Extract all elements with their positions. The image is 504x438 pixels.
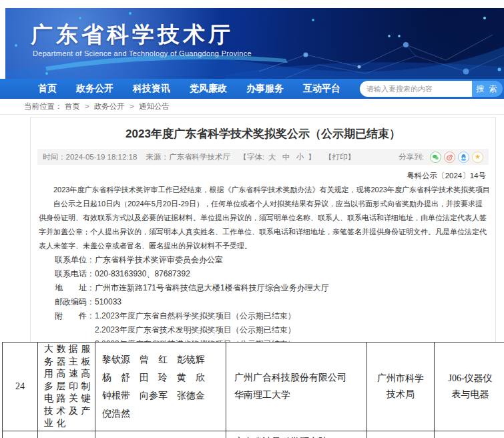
- cell-awardees: [95, 431, 226, 438]
- nav-item-gov-info[interactable]: 政务公开: [76, 83, 113, 95]
- search-button[interactable]: 搜 索: [472, 81, 503, 97]
- share-favorite-star-icon[interactable]: ★: [472, 152, 483, 163]
- category-line: 表与电器: [435, 387, 504, 403]
- cell-project-name: 大数据服 务器主板 用高速高 多层印制 电路关键 技术及产 业化: [38, 343, 95, 431]
- font-size-prefix: 【字体:: [239, 153, 264, 161]
- breadcrumb-separator: >: [130, 102, 134, 110]
- cell-seq: 24: [3, 343, 38, 431]
- main-nav: 首页 政务公开 科技资讯 党风廉政 办事服务 互动平台 搜 索: [0, 79, 504, 99]
- print-button[interactable]: 【打印】: [324, 153, 355, 161]
- project-line: 用高速高: [38, 368, 95, 381]
- organization-line: 广东省计量科学研究院: [226, 431, 366, 438]
- organization-line: 华南理工大学: [226, 387, 366, 404]
- awardee-line: 杨 舒 田 玲 黄 欣: [95, 369, 226, 387]
- project-line: 大数据服: [38, 343, 95, 356]
- award-table: 24 大数据服 务器主板 用高速高 多层印制 电路关键 技术及产 业化 黎钦源 …: [2, 342, 504, 438]
- cell-awardees: 黎钦源 曾 红 彭镜辉 杨 舒 田 玲 黄 欣 钟根带 向参军 张德金 倪浩然: [95, 343, 226, 431]
- font-size-suffix: 】: [308, 153, 316, 161]
- nav-item-sci-news[interactable]: 科技资讯: [133, 83, 170, 95]
- cell-project-name: [38, 431, 95, 438]
- search-box: 搜 索: [360, 81, 503, 97]
- font-size-large-button[interactable]: 大: [268, 153, 276, 161]
- breadcrumb: 当前位置： 首页 > 政务公开 > 通知公告: [0, 99, 504, 115]
- attachment-link-natural-science[interactable]: 1.2023年度广东省自然科学奖拟奖项目（公示期已结束）: [95, 309, 296, 323]
- project-line: 电路关键: [38, 393, 95, 405]
- cell-nominating-bureau: 广州市科学 技术局: [367, 343, 435, 431]
- cell-seq: [3, 431, 38, 438]
- nav-item-home[interactable]: 首页: [38, 83, 57, 95]
- contact-address: 地 址：广州市连新路171号省科技信息大楼1楼省科技厅综合业务办理大厅: [39, 281, 489, 295]
- awardee-line: 钟根带 向参军 张德金: [95, 387, 226, 405]
- attachment-link-tech-invention[interactable]: 2.2023年度广东省技术发明奖拟奖项目（公示期已结束）: [95, 323, 296, 337]
- breadcrumb-separator: >: [85, 102, 89, 110]
- awardee-line: 倪浩然: [95, 405, 226, 423]
- table-row: 24 大数据服 务器主板 用高速高 多层印制 电路关键 技术及产 业化 黎钦源 …: [3, 343, 504, 431]
- site-title: 广东省科学技术厅: [31, 20, 234, 50]
- bureau-line: 广州市科学: [367, 371, 434, 387]
- article-body: 粤科公示〔2024〕14号 2023年度广东省科学技术奖评审工作已经结束，根据《…: [31, 165, 495, 351]
- breadcrumb-label: 当前位置：: [24, 102, 63, 110]
- breadcrumb-gov-info[interactable]: 政务公开: [94, 102, 125, 110]
- search-input[interactable]: [360, 81, 472, 97]
- breadcrumb-notices[interactable]: 通知公告: [139, 102, 170, 110]
- cell-organizations: 广东省计量科学研究院: [226, 431, 367, 438]
- page-title: 2023年度广东省科学技术奖拟奖公示（公示期已结束）: [31, 118, 495, 149]
- project-line: 技术及产: [38, 405, 95, 418]
- project-line: 务器主板: [38, 356, 95, 369]
- organization-line: 广州广合科技股份有限公司: [226, 369, 366, 387]
- nav-item-services[interactable]: 办事服务: [246, 83, 284, 95]
- cell-organizations: 广州广合科技股份有限公司 华南理工大学: [226, 343, 367, 431]
- cell-nominating-bureau: [367, 431, 435, 438]
- paragraph-1: 2023年度广东省科学技术奖评审工作已经结束，根据《广东省科学技术奖励办法》有关…: [39, 183, 489, 197]
- contact-unit: 联系单位：广东省科学技术奖评审委员会办公室: [39, 253, 489, 267]
- paragraph-2: 自公示之日起10日内（2024年5月20日-29日），任何单位或者个人对拟奖结果…: [39, 197, 489, 253]
- site-banner: 广东省科学技术厅 Department of Science and Techn…: [5, 8, 504, 79]
- table-row: 广东省计量科学研究院: [3, 431, 504, 438]
- awardee-line: 黎钦源 曾 红 彭镜辉: [95, 351, 226, 369]
- project-line: 多层印制: [38, 381, 95, 393]
- nav-item-interaction[interactable]: 互动平台: [303, 83, 340, 95]
- category-line: J06-仪器仪: [435, 371, 504, 387]
- share-qq-icon[interactable]: [458, 152, 469, 163]
- contact-phone: 联系电话：020-83163930、87687392: [39, 267, 489, 281]
- share-label: 分享到:: [399, 152, 424, 162]
- cell-category: J06-仪器仪 表与电器: [435, 343, 504, 431]
- article-metabar: 时间：2024-05-19 18:12:18 来源：广东省科学技术厅 【字体: …: [37, 149, 489, 165]
- bureau-line: 技术局: [367, 387, 434, 403]
- breadcrumb-home[interactable]: 首页: [65, 102, 80, 110]
- contact-postcode: 邮政编码：510033: [39, 295, 489, 309]
- page: 广东省科学技术厅 Department of Science and Techn…: [0, 0, 504, 438]
- document-number: 粤科公示〔2024〕14号: [39, 169, 489, 183]
- site-subtitle: Department of Science and Technology of …: [33, 49, 252, 57]
- nav-item-party-conduct[interactable]: 党风廉政: [190, 83, 227, 95]
- cell-category: [435, 431, 504, 438]
- publish-time: 时间：2024-05-19 18:12:18: [43, 153, 137, 161]
- project-line: 业化: [38, 417, 95, 430]
- font-size-small-button[interactable]: 小: [296, 153, 304, 161]
- font-size-medium-button[interactable]: 中: [282, 153, 290, 161]
- share-weibo-icon[interactable]: [444, 152, 455, 163]
- share-wechat-icon[interactable]: [430, 152, 441, 163]
- article-source: 来源：广东省科学技术厅: [146, 153, 231, 161]
